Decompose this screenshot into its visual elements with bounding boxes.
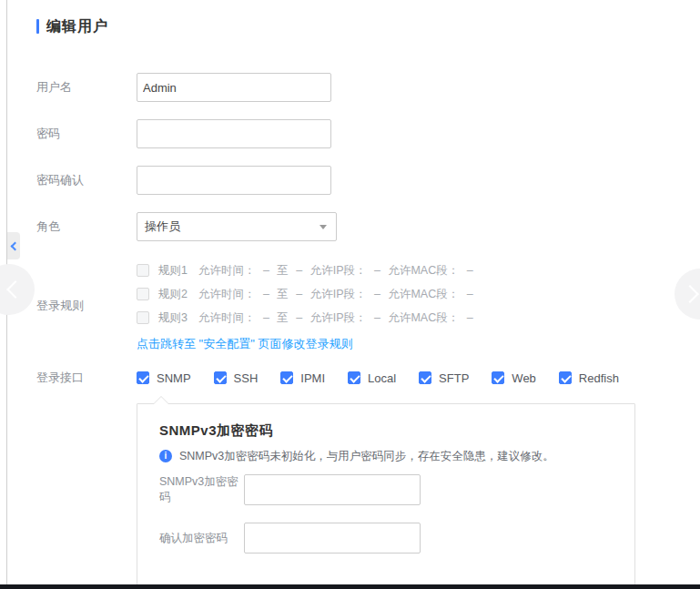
login-rule-row: 规则2 允许时间： – 至 – 允许IP段： – 允许MAC段： – <box>137 282 473 306</box>
form-row-login-rules: 登录规则 规则1 允许时间： – 至 – 允许IP段： – 允许MAC段： – … <box>36 259 700 352</box>
page-header: 编辑用户 <box>36 16 700 36</box>
rule1-detail: 允许时间： – 至 – 允许IP段： – 允许MAC段： – <box>198 263 473 279</box>
rule1-name: 规则1 <box>158 263 188 279</box>
snmpv3-password-confirm-label: 确认加密密码 <box>159 531 244 546</box>
username-input[interactable] <box>137 73 331 102</box>
snmpv3-notice-text: SNMPv3加密密码未初始化，与用户密码同步，存在安全隐患，建议修改。 <box>179 449 554 464</box>
redfish-checkbox[interactable] <box>559 371 572 384</box>
interface-option-snmp[interactable]: SNMP <box>137 371 191 385</box>
snmpv3-fields: SNMPv3加密密码 确认加密密码 <box>159 474 613 553</box>
role-select-value: 操作员 <box>145 218 180 235</box>
snmpv3-password-input[interactable] <box>244 474 421 505</box>
login-interfaces-label: 登录接口 <box>36 370 137 386</box>
redfish-label: Redfish <box>579 371 619 385</box>
sftp-label: SFTP <box>439 371 469 385</box>
rule2-detail: 允许时间： – 至 – 允许IP段： – 允许MAC段： – <box>198 287 473 302</box>
rule3-detail: 允许时间： – 至 – 允许IP段： – 允许MAC段： – <box>198 310 473 326</box>
interface-option-redfish[interactable]: Redfish <box>559 371 619 385</box>
form-row-login-interfaces: 登录接口 SNMP SSH IPMI <box>36 370 700 386</box>
ssh-checkbox[interactable] <box>214 371 227 384</box>
interface-option-web[interactable]: Web <box>492 371 536 385</box>
ssh-label: SSH <box>234 371 259 385</box>
chevron-left-icon <box>6 280 25 299</box>
snmpv3-panel-title: SNMPv3加密密码 <box>159 422 613 440</box>
password-confirm-label: 密码确认 <box>36 172 137 188</box>
edit-user-form: 用户名 密码 密码确认 角色 操作员 登录规则 <box>36 73 700 589</box>
snmpv3-password-label: SNMPv3加密密码 <box>159 474 244 505</box>
interface-option-sftp[interactable]: SFTP <box>419 371 469 385</box>
password-label: 密码 <box>36 126 137 142</box>
snmp-label: SNMP <box>157 371 191 385</box>
password-confirm-input[interactable] <box>137 166 331 195</box>
role-select[interactable]: 操作员 <box>137 212 337 241</box>
edit-user-content: 编辑用户 用户名 密码 密码确认 角色 操作员 <box>7 0 700 589</box>
web-checkbox[interactable] <box>492 371 504 384</box>
login-rules-label: 登录规则 <box>36 298 137 314</box>
form-row-username: 用户名 <box>36 73 700 102</box>
web-label: Web <box>512 371 536 385</box>
rule3-checkbox[interactable] <box>137 311 149 324</box>
ipmi-checkbox[interactable] <box>280 371 293 384</box>
rule3-name: 规则3 <box>158 310 188 326</box>
form-row-role: 角色 操作员 <box>36 212 700 241</box>
interface-option-ipmi[interactable]: IPMI <box>280 371 325 385</box>
login-interfaces-group: SNMP SSH IPMI Local <box>137 371 642 385</box>
security-config-link[interactable]: 点击跳转至 "安全配置" 页面修改登录规则 <box>137 336 473 352</box>
page-title: 编辑用户 <box>46 17 108 36</box>
form-row-password: 密码 <box>36 119 700 148</box>
interface-option-ssh[interactable]: SSH <box>214 371 259 385</box>
snmpv3-password-confirm-input[interactable] <box>244 523 421 553</box>
login-rules-list: 规则1 允许时间： – 至 – 允许IP段： – 允许MAC段： – 规则2 允… <box>137 259 473 352</box>
sftp-checkbox[interactable] <box>419 371 431 384</box>
password-input[interactable] <box>137 119 331 148</box>
interface-option-local[interactable]: Local <box>348 371 396 385</box>
local-label: Local <box>368 371 396 385</box>
rule1-checkbox[interactable] <box>137 264 149 277</box>
chevron-left-icon <box>11 241 20 250</box>
edit-user-page: 编辑用户 用户名 密码 密码确认 角色 操作员 <box>0 0 700 589</box>
title-accent-bar <box>36 19 39 34</box>
login-rule-row: 规则1 允许时间： – 至 – 允许IP段： – 允许MAC段： – <box>137 259 473 282</box>
username-label: 用户名 <box>36 79 137 96</box>
chevron-right-icon <box>681 285 699 303</box>
ipmi-label: IPMI <box>300 371 325 385</box>
sidebar-collapse-toggle[interactable] <box>7 232 20 259</box>
snmpv3-notice: SNMPv3加密密码未初始化，与用户密码同步，存在安全隐患，建议修改。 <box>159 449 613 464</box>
role-label: 角色 <box>36 218 137 235</box>
info-icon <box>159 450 172 462</box>
login-rule-row: 规则3 允许时间： – 至 – 允许IP段： – 允许MAC段： – <box>137 306 473 330</box>
rule2-name: 规则2 <box>158 287 188 302</box>
form-row-snmpv3-password: SNMPv3加密密码 <box>159 474 613 505</box>
snmpv3-panel: SNMPv3加密密码 SNMPv3加密密码未初始化，与用户密码同步，存在安全隐患… <box>137 403 635 589</box>
form-row-snmpv3-password-confirm: 确认加密密码 <box>159 523 613 553</box>
panel-callout-notch-fill <box>154 397 168 404</box>
snmp-checkbox[interactable] <box>137 371 149 384</box>
chevron-down-icon <box>320 225 327 229</box>
form-row-password-confirm: 密码确认 <box>36 166 700 195</box>
local-checkbox[interactable] <box>348 371 360 384</box>
rule2-checkbox[interactable] <box>137 288 149 300</box>
bottom-bar <box>0 584 700 589</box>
